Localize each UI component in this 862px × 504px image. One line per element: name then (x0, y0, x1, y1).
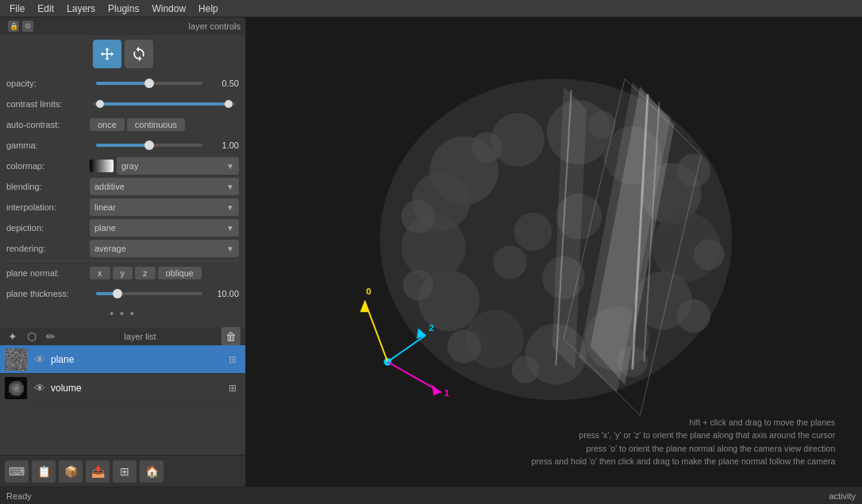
thickness-thumb[interactable] (113, 289, 122, 298)
svg-text:hift + click and drag to move : hift + click and drag to move the planes (689, 417, 835, 427)
home-button[interactable]: 🏠 (140, 460, 164, 483)
plane-z-button[interactable]: z (135, 267, 156, 279)
main-area: 🔒 ⚙ layer controls opacity: (0, 17, 862, 487)
plane-normal-row: plane normal: x y z oblique (6, 264, 239, 282)
svg-text:2: 2 (429, 323, 433, 333)
move-button[interactable] (93, 40, 121, 68)
statusbar: Ready activity (0, 487, 862, 504)
depiction-select[interactable]: plane ▼ (90, 219, 239, 237)
volume-expand-icon[interactable]: ⊞ (225, 380, 241, 396)
interpolation-arrow: ▼ (226, 203, 234, 212)
plane-oblique-button[interactable]: oblique (158, 267, 202, 279)
menu-file[interactable]: File (3, 2, 31, 16)
more-dots: • • • (6, 306, 239, 321)
auto-continuous-button[interactable]: continuous (127, 118, 185, 131)
interpolation-row: interpolation: linear ▼ (6, 198, 239, 216)
export-button[interactable]: 📤 (86, 460, 110, 483)
volume-layer-name: volume (51, 383, 225, 394)
colormap-value: gray (121, 161, 138, 171)
interpolation-value: linear (94, 202, 116, 212)
volume-thumbnail (5, 377, 27, 399)
menu-help[interactable]: Help (192, 2, 225, 16)
layer-controls-header: 🔒 ⚙ layer controls (0, 17, 245, 35)
gamma-row: gamma: 1.00 (6, 137, 239, 154)
panel-icon-lock[interactable]: 🔒 (8, 21, 19, 32)
gamma-slider-wrapper (93, 144, 206, 147)
rotate-button[interactable] (125, 40, 153, 68)
plane-thumbnail (5, 348, 27, 371)
add-labels-button[interactable]: ✏ (43, 329, 59, 344)
svg-point-25 (511, 356, 539, 383)
plane-expand-icon[interactable]: ⊞ (225, 352, 241, 367)
depiction-label: depiction: (6, 223, 90, 233)
colormap-arrow: ▼ (226, 162, 234, 171)
clipboard-button[interactable]: 📋 (32, 460, 56, 483)
menu-window[interactable]: Window (145, 2, 192, 16)
layer-controls-content: opacity: 0.50 contrast limits: (0, 35, 245, 326)
depiction-arrow: ▼ (226, 224, 234, 233)
layer-item-plane[interactable]: 👁 plane ⊞ (0, 345, 245, 374)
menu-plugins[interactable]: Plugins (102, 2, 145, 16)
opacity-label: opacity: (6, 79, 90, 88)
viewport[interactable]: 0 1 2 hift + click and drag to move the … (246, 17, 862, 487)
colormap-row: colormap: gray ▼ (6, 157, 239, 175)
svg-point-19 (471, 133, 502, 164)
package-button[interactable]: 📦 (59, 460, 83, 483)
plane-visibility-toggle[interactable]: 👁 (32, 352, 48, 367)
delete-layer-button[interactable]: 🗑 (221, 327, 241, 346)
svg-text:1: 1 (444, 388, 450, 398)
rendering-select[interactable]: average ▼ (90, 240, 239, 257)
svg-text:0: 0 (366, 287, 371, 296)
panel-spacer (0, 402, 245, 455)
add-shapes-button[interactable]: ⬡ (24, 329, 40, 344)
auto-contrast-content: once continuous (90, 118, 239, 131)
contrast-label: contrast limits: (6, 99, 90, 109)
volume-visibility-toggle[interactable]: 👁 (32, 380, 48, 396)
menu-layers[interactable]: Layers (60, 2, 102, 16)
blending-arrow: ▼ (226, 183, 234, 191)
add-points-button[interactable]: ✦ (5, 329, 21, 344)
interpolation-select[interactable]: linear ▼ (90, 198, 239, 216)
gamma-thumb[interactable] (144, 140, 154, 150)
colormap-select[interactable]: gray ▼ (117, 157, 239, 175)
layer-add-icons: ✦ ⬡ ✏ (5, 329, 59, 344)
auto-contrast-label: auto-contrast: (6, 120, 90, 129)
gamma-track (96, 144, 202, 147)
depiction-row: depiction: plane ▼ (6, 219, 239, 237)
layer-item-volume[interactable]: 👁 volume ⊞ (0, 374, 245, 402)
contrast-thumb-right[interactable] (225, 100, 233, 108)
opacity-fill (96, 82, 149, 85)
top-action-buttons (6, 40, 239, 68)
opacity-thumb[interactable] (144, 79, 154, 88)
contrast-track (93, 102, 236, 106)
plane-thickness-row: plane thickness: 10.00 (6, 285, 239, 302)
plane-thickness-label: plane thickness: (6, 289, 90, 298)
status-ready: Ready (6, 491, 32, 501)
grid-button[interactable]: ⊞ (113, 460, 137, 483)
opacity-slider-wrapper (93, 82, 206, 85)
svg-point-27 (403, 270, 434, 301)
left-panel: 🔒 ⚙ layer controls opacity: (0, 17, 246, 487)
gamma-label: gamma: (6, 140, 90, 150)
status-activity: activity (829, 491, 856, 501)
svg-point-22 (694, 240, 725, 271)
interpolation-content: linear ▼ (90, 198, 239, 216)
gamma-content: 1.00 (90, 140, 239, 150)
colormap-preview (90, 160, 114, 172)
svg-text:press and hold 'o' then click : press and hold 'o' then click and drag t… (532, 456, 836, 466)
blending-label: blending: (6, 182, 90, 191)
blending-select[interactable]: additive ▼ (90, 178, 239, 195)
auto-contrast-row: auto-contrast: once continuous (6, 116, 239, 133)
plane-y-button[interactable]: y (113, 267, 133, 279)
viewport-svg: 0 1 2 hift + click and drag to move the … (246, 17, 862, 487)
plane-normal-content: x y z oblique (90, 267, 239, 279)
layer-controls-label: layer controls (189, 21, 241, 31)
opacity-row: opacity: 0.50 (6, 75, 239, 92)
menu-edit[interactable]: Edit (31, 2, 60, 16)
auto-once-button[interactable]: once (90, 118, 125, 131)
console-button[interactable]: ⌨ (5, 460, 29, 483)
contrast-thumb-left[interactable] (96, 100, 104, 108)
colormap-label: colormap: (6, 161, 90, 171)
plane-x-button[interactable]: x (90, 267, 110, 279)
panel-icon-settings[interactable]: ⚙ (22, 21, 33, 32)
